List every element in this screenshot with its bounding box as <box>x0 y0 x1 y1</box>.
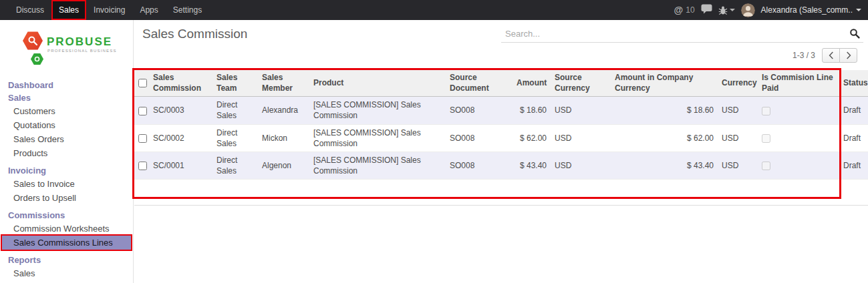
column-product[interactable]: Product <box>309 70 446 97</box>
menu-settings[interactable]: Settings <box>166 0 209 20</box>
chat-bubble-icon[interactable] <box>701 4 712 16</box>
cell-sales-team: Direct Sales <box>212 97 258 124</box>
page-title: Sales Commission <box>142 27 247 41</box>
cell-status: Draft <box>839 97 868 124</box>
row-select-cell <box>134 152 149 179</box>
menu-discuss[interactable]: Discuss <box>9 0 51 20</box>
sidebar-heading-commissions[interactable]: Commissions <box>0 209 133 222</box>
sidebar-item-sales-to-invoice[interactable]: Sales to Invoice <box>0 177 133 191</box>
pager: 1-3 / 3 <box>792 48 857 63</box>
probuse-logo: PROBUSE PROFESSIONAL BUSINESS <box>20 29 128 73</box>
menu-apps[interactable]: Apps <box>132 0 165 20</box>
cell-product: [SALES COMMISSION] Sales Commission <box>309 124 446 152</box>
cell-amount: $ 43.40 <box>513 152 551 179</box>
search-bar <box>501 25 863 43</box>
nav-section-reports: Reports Sales <box>0 254 133 280</box>
logo-title: PROBUSE <box>47 35 112 49</box>
column-sales-commission[interactable]: Sales Commission <box>149 70 212 97</box>
menu-invoicing[interactable]: Invoicing <box>86 0 132 20</box>
sidebar-heading-reports[interactable]: Reports <box>0 254 133 266</box>
sidebar-item-products[interactable]: Products <box>0 146 133 160</box>
table-row[interactable]: SC/0002 Direct Sales Mickon [SALES COMMI… <box>134 124 868 152</box>
column-source-document[interactable]: Source Document <box>446 70 513 97</box>
column-sales-team[interactable]: Sales Team <box>212 70 258 97</box>
cell-amount-company-currency: $ 18.60 <box>611 97 718 124</box>
chevron-right-icon <box>846 51 851 59</box>
pager-previous-button[interactable] <box>822 48 840 63</box>
cell-sales-commission: SC/0002 <box>149 124 212 152</box>
cell-sales-member: Mickon <box>258 124 309 152</box>
row-checkbox[interactable] <box>138 134 147 143</box>
cell-sales-member: Alexandra <box>258 97 309 124</box>
sidebar-nav: Dashboard Sales Customers Quotations Sal… <box>0 79 133 280</box>
bug-icon[interactable] <box>718 5 735 15</box>
mention-count: 10 <box>686 5 694 15</box>
is-paid-checkbox <box>762 134 770 143</box>
chevron-left-icon <box>829 51 834 59</box>
select-all-checkbox[interactable] <box>138 79 147 87</box>
cell-source-document: SO008 <box>446 152 513 179</box>
cell-source-document: SO008 <box>446 97 513 124</box>
cell-sales-commission: SC/0001 <box>149 152 212 179</box>
is-paid-checkbox <box>762 162 770 170</box>
sidebar-item-reports-sales[interactable]: Sales <box>0 266 133 280</box>
sidebar-heading-sales[interactable]: Sales <box>0 91 133 104</box>
cell-amount-company-currency: $ 43.40 <box>611 152 718 179</box>
column-currency[interactable]: Currency <box>718 70 758 97</box>
cell-amount-company-currency: $ 62.00 <box>611 124 718 152</box>
nav-section-dashboard: Dashboard <box>0 79 133 91</box>
topbar-menus: Discuss Sales Invoicing Apps Settings <box>0 0 209 20</box>
row-select-cell <box>134 97 149 124</box>
sidebar-heading-invoicing[interactable]: Invoicing <box>0 164 133 177</box>
topbar-right: @ 10 Alexandra (Sales_comm.. <box>674 0 868 20</box>
column-amount-company-currency[interactable]: Amount in Company Currency <box>611 70 718 97</box>
nav-section-sales: Sales Customers Quotations Sales Orders … <box>0 91 133 160</box>
caret-down-icon <box>730 9 735 11</box>
table-bottom-divider <box>134 205 868 206</box>
cell-source-document: SO008 <box>446 124 513 152</box>
hexagon-icon <box>31 53 43 65</box>
table-row[interactable]: SC/0003 Direct Sales Alexandra [SALES CO… <box>134 97 868 124</box>
sidebar-item-customers[interactable]: Customers <box>0 104 133 118</box>
cell-sales-team: Direct Sales <box>212 152 258 179</box>
sidebar-item-commission-worksheets[interactable]: Commission Worksheets <box>0 222 133 236</box>
main-content: Sales Commission 1-3 / 3 Sales Commissio <box>134 20 868 283</box>
cell-product: [SALES COMMISSION] Sales Commission <box>309 152 446 179</box>
at-icon: @ <box>674 5 684 15</box>
cell-currency: USD <box>718 152 758 179</box>
nav-section-commissions: Commissions Commission Worksheets Sales … <box>0 209 133 250</box>
table-body: SC/0003 Direct Sales Alexandra [SALES CO… <box>134 97 868 180</box>
cell-source-currency: USD <box>551 97 611 124</box>
sidebar-item-sales-commissions-lines[interactable]: Sales Commissions Lines <box>2 236 131 250</box>
table-row[interactable]: SC/0001 Direct Sales Algenon [SALES COMM… <box>134 152 868 179</box>
cell-status: Draft <box>839 152 868 179</box>
column-is-paid[interactable]: Is Commision Line Paid <box>758 70 839 97</box>
sidebar-item-sales-orders[interactable]: Sales Orders <box>0 132 133 146</box>
cell-sales-commission: SC/0003 <box>149 97 212 124</box>
search-icon[interactable] <box>849 28 860 41</box>
row-select-cell <box>134 124 149 152</box>
cell-sales-member: Algenon <box>258 152 309 179</box>
select-all-cell <box>134 70 149 97</box>
cell-amount: $ 62.00 <box>513 124 551 152</box>
user-menu[interactable]: Alexandra (Sales_comm.. <box>761 5 861 15</box>
cell-is-paid <box>758 152 839 179</box>
sidebar-item-quotations[interactable]: Quotations <box>0 118 133 132</box>
column-source-currency[interactable]: Source Currency <box>551 70 611 97</box>
sidebar: PROBUSE PROFESSIONAL BUSINESS Dashboard … <box>0 20 134 283</box>
mention-counter[interactable]: @ 10 <box>674 5 695 15</box>
row-checkbox[interactable] <box>138 107 147 115</box>
sidebar-item-orders-to-upsell[interactable]: Orders to Upsell <box>0 191 133 205</box>
pager-range: 1-3 / 3 <box>792 51 815 60</box>
search-input[interactable] <box>501 25 863 41</box>
table-header-row: Sales Commission Sales Team Sales Member… <box>134 70 868 97</box>
column-sales-member[interactable]: Sales Member <box>258 70 309 97</box>
cell-source-currency: USD <box>551 152 611 179</box>
row-checkbox[interactable] <box>138 162 147 170</box>
menu-sales[interactable]: Sales <box>51 0 86 20</box>
pager-next-button[interactable] <box>839 48 857 63</box>
column-status[interactable]: Status <box>839 70 868 97</box>
avatar[interactable] <box>741 3 755 17</box>
sidebar-heading-dashboard[interactable]: Dashboard <box>0 79 133 91</box>
column-amount[interactable]: Amount <box>513 70 551 97</box>
